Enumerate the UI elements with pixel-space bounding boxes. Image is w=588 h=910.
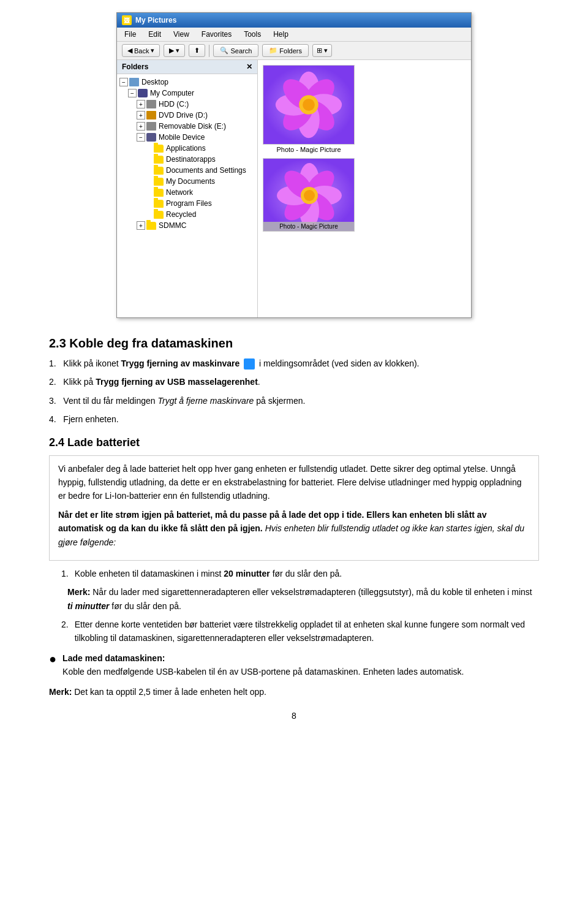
photo-bottom-thumbnail: Photo - Magic Picture (263, 158, 355, 232)
tree-item-mydocuments[interactable]: My Documents (117, 176, 257, 187)
folders-panel-title: Folders (122, 63, 148, 71)
up-button[interactable]: ⬆ (189, 44, 205, 57)
folder-tree: − Desktop − My Computer + (117, 74, 257, 233)
flower-svg-bottom (263, 159, 355, 232)
section-23-title: 2.3 Koble deg fra datamaskinen (49, 336, 539, 351)
item-2-text: Etter denne korte ventetiden bør batteri… (75, 618, 539, 645)
folders-icon: 📁 (269, 47, 277, 55)
back-label: Back (134, 47, 149, 55)
photo-top-container: Photo - Magic Picture (263, 65, 355, 153)
forward-arrow-icon: ▶ (169, 47, 174, 55)
tree-item-documents-settings[interactable]: Documents and Settings (117, 165, 257, 176)
explorer-body: Folders ✕ − Desktop − (117, 60, 471, 317)
item-2-num: 2. (61, 618, 69, 645)
section-24: 2.4 Lade batteriet Vi anbefaler deg å la… (49, 436, 539, 699)
menu-help[interactable]: Help (271, 29, 291, 40)
views-dropdown-icon: ▾ (324, 47, 328, 55)
note-paragraph-1: Merk: Når du lader med sigarettenneradap… (67, 585, 539, 613)
tree-item-sdmmc[interactable]: + SDMMC (117, 220, 257, 231)
window-title: My Pictures (135, 16, 176, 25)
tree-item-network[interactable]: Network (117, 187, 257, 198)
expand-usb-icon: + (137, 122, 145, 131)
usb-icon (146, 122, 156, 131)
expand-desktop-icon: − (119, 78, 128, 86)
programfiles-folder-icon (154, 200, 164, 208)
search-label: Search (230, 47, 252, 55)
bullet-item-usb: ● Lade med datamaskinen: Koble den medfø… (49, 651, 539, 679)
search-button[interactable]: 🔍 Search (213, 44, 258, 57)
folders-panel: Folders ✕ − Desktop − (117, 60, 258, 317)
tree-item-usb[interactable]: + Removable Disk (E:) (117, 121, 257, 132)
toolbar: ◀ Back ▾ ▶ ▾ ⬆ 🔍 Search 📁 F (117, 42, 471, 60)
step-3: 3. Vent til du får meldingen Trygt å fje… (49, 394, 539, 408)
folders-close-button[interactable]: ✕ (246, 63, 252, 71)
item-1-num: 1. (61, 567, 69, 580)
back-arrow-icon: ◀ (127, 47, 132, 55)
bullet-dot: ● (49, 651, 56, 666)
recycled-label: Recycled (166, 210, 196, 219)
menu-file[interactable]: File (122, 29, 138, 40)
menu-view[interactable]: View (171, 29, 192, 40)
mobile-label: Mobile Device (159, 133, 205, 142)
info-box: Vi anbefaler deg å lade batteriet helt o… (49, 455, 539, 561)
note-bottom: Merk: Det kan ta opptil 2,5 timer å lade… (49, 685, 539, 699)
tree-item-dvd[interactable]: + DVD Drive (D:) (117, 110, 257, 121)
section-24-title: 2.4 Lade batteriet (49, 436, 539, 449)
numbered-item-2: 2. Etter denne korte ventetiden bør batt… (61, 618, 539, 645)
folders-header: Folders ✕ (117, 60, 257, 74)
back-dropdown-icon: ▾ (151, 47, 154, 55)
expand-hdd-icon: + (137, 100, 145, 108)
folders-label: Folders (279, 47, 302, 55)
hdd-label: HDD (C:) (159, 100, 189, 108)
desktop-icon (129, 78, 139, 86)
tree-item-programfiles[interactable]: Program Files (117, 198, 257, 209)
menu-tools[interactable]: Tools (241, 29, 263, 40)
section-23: 2.3 Koble deg fra datamaskinen 1. Klikk … (49, 336, 539, 427)
tree-item-mobile[interactable]: − Mobile Device (117, 132, 257, 143)
programfiles-label: Program Files (166, 199, 212, 208)
infobox-p2: Når det er lite strøm igjen på batteriet… (58, 508, 530, 549)
menu-favorites[interactable]: Favorites (199, 29, 234, 40)
expand-computer-icon: − (128, 89, 137, 97)
docs-settings-folder-icon (154, 167, 164, 175)
forward-button[interactable]: ▶ ▾ (164, 44, 185, 57)
flower-svg-top (263, 66, 354, 144)
photo-top-thumbnail (263, 65, 355, 145)
search-icon: 🔍 (220, 47, 228, 55)
folders-button[interactable]: 📁 Folders (262, 44, 309, 57)
docs-settings-label: Documents and Settings (166, 166, 246, 175)
content-panel: Photo - Magic Picture (258, 60, 471, 317)
tree-item-mycomputer[interactable]: − My Computer (117, 88, 257, 99)
network-label: Network (166, 188, 193, 197)
bullet-content: Lade med datamaskinen: Koble den medfølg… (62, 651, 464, 679)
titlebar-icon: 🖼 (122, 15, 132, 25)
applications-folder-icon (154, 145, 164, 153)
tree-item-hdd[interactable]: + HDD (C:) (117, 99, 257, 110)
menubar: File Edit View Favorites Tools Help (117, 28, 471, 42)
tree-item-applications[interactable]: Applications (117, 143, 257, 154)
network-folder-icon (154, 189, 164, 197)
tree-item-destinatorapps[interactable]: Destinatorapps (117, 154, 257, 165)
hdd-icon (146, 100, 156, 108)
tree-item-recycled[interactable]: Recycled (117, 209, 257, 220)
usb-label: Removable Disk (E:) (159, 122, 226, 131)
expand-dvd-icon: + (137, 111, 145, 119)
toolbar-separator (209, 45, 209, 57)
mycomputer-label: My Computer (150, 89, 194, 97)
back-button[interactable]: ◀ Back ▾ (122, 44, 160, 57)
screenshot-explorer: 🖼 My Pictures File Edit View Favorites T… (49, 12, 539, 318)
views-button[interactable]: ⊞ ▾ (312, 44, 332, 57)
photo-overlay-label: Photo - Magic Picture (263, 222, 354, 231)
expand-sdmmc-icon: + (137, 221, 145, 230)
tree-item-desktop[interactable]: − Desktop (117, 77, 257, 88)
expand-mobile-icon: − (137, 133, 145, 142)
item-1-text: Koble enheten til datamaskinen i minst 2… (75, 567, 342, 580)
mydocs-label: My Documents (166, 177, 215, 186)
svg-point-21 (304, 190, 315, 201)
recycled-folder-icon (154, 211, 164, 219)
forward-dropdown-icon: ▾ (176, 47, 179, 55)
menu-edit[interactable]: Edit (146, 29, 164, 40)
applications-label: Applications (166, 144, 206, 153)
sdmmc-folder-icon (146, 222, 156, 230)
dvd-icon (146, 111, 156, 119)
